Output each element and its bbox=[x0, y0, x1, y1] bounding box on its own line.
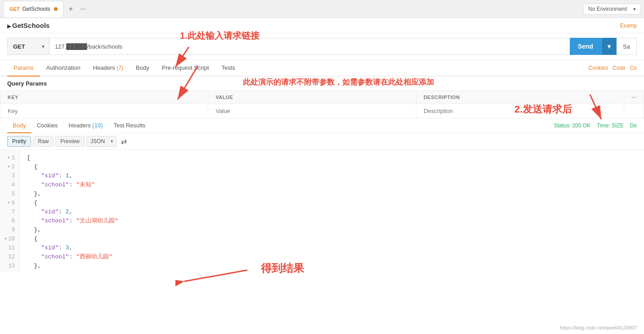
code-line-1: [ bbox=[27, 153, 637, 162]
params-table-wrapper: KEY VALUE DESCRIPTION ··· bbox=[0, 90, 644, 118]
url-bar-middle bbox=[49, 38, 570, 55]
code-line-8: "school": "文山湖幼儿园" bbox=[27, 217, 637, 226]
request-tab[interactable]: GET GetSchools bbox=[4, 1, 63, 17]
line-4: 4 bbox=[0, 181, 19, 190]
request-name-bar: GetSchools Examp bbox=[0, 18, 644, 33]
send-dropdown-button[interactable]: ▼ bbox=[601, 38, 617, 55]
response-tab-body[interactable]: Body bbox=[7, 118, 31, 133]
main-container: GET GetSchools + ··· No Environment GetS… bbox=[0, 0, 644, 334]
co-link[interactable]: Co bbox=[630, 65, 637, 71]
request-name: GetSchools bbox=[7, 22, 49, 29]
param-desc-input[interactable] bbox=[424, 108, 617, 114]
line-7: 7 bbox=[0, 208, 19, 217]
tab-authorization[interactable]: Authorization bbox=[40, 60, 87, 77]
example-link[interactable]: Examp bbox=[620, 23, 637, 29]
svg-line-7 bbox=[184, 270, 247, 281]
format-select-wrapper: JSON XML HTML Text bbox=[86, 136, 116, 147]
format-preview-button[interactable]: Preview bbox=[55, 136, 85, 147]
format-raw-button[interactable]: Raw bbox=[33, 136, 54, 147]
method-select-wrapper: GET POST PUT DELETE bbox=[7, 38, 49, 55]
col-value: VALUE bbox=[208, 91, 416, 104]
url-input[interactable] bbox=[49, 38, 570, 55]
code-line-5: }, bbox=[27, 190, 637, 199]
response-tab-test-results[interactable]: Test Results bbox=[108, 118, 151, 133]
code-editor: ▼1 ▼2 3 4 5 ▼6 7 8 9 ▼10 11 12 13 ▼14 15… bbox=[0, 150, 644, 271]
method-badge: GET bbox=[9, 6, 20, 12]
param-value-input[interactable] bbox=[215, 108, 408, 114]
response-format-bar: Pretty Raw Preview JSON XML HTML Text ⇄ bbox=[0, 133, 644, 150]
line-3: 3 bbox=[0, 172, 19, 181]
params-table: KEY VALUE DESCRIPTION ··· bbox=[0, 90, 644, 118]
tabs-right: Cookies Code Co bbox=[589, 65, 637, 71]
url-bar: GET POST PUT DELETE Send ▼ Sa 1.此处输入请求链接 bbox=[0, 33, 644, 60]
code-line-11: "sid": 3, bbox=[27, 244, 637, 253]
code-line-6: { bbox=[27, 199, 637, 208]
line-13: 13 bbox=[0, 262, 19, 271]
code-line-13: }, bbox=[27, 262, 637, 271]
line-numbers: ▼1 ▼2 3 4 5 ▼6 7 8 9 ▼10 11 12 13 ▼14 15… bbox=[0, 150, 20, 271]
top-tab-bar: GET GetSchools + ··· No Environment bbox=[0, 0, 644, 18]
tab-tests[interactable]: Tests bbox=[215, 60, 242, 77]
code-line-9: }, bbox=[27, 226, 637, 235]
tabs-left: Params Authorization Headers (7) Body Pr… bbox=[7, 60, 242, 76]
response-tab-headers[interactable]: Headers (10) bbox=[63, 118, 108, 133]
line-5: 5 bbox=[0, 190, 19, 199]
param-desc-cell bbox=[416, 104, 624, 118]
param-key-cell bbox=[0, 104, 208, 118]
wrap-icon[interactable]: ⇄ bbox=[121, 137, 127, 146]
query-params-header: Query Params bbox=[0, 77, 644, 90]
code-content: [ { "sid": 1, "school": "未知" }, { "sid":… bbox=[20, 150, 644, 271]
tab-unsaved-dot bbox=[54, 7, 58, 11]
line-10: ▼10 bbox=[0, 235, 19, 244]
send-button[interactable]: Send bbox=[570, 38, 601, 55]
env-select-wrapper: No Environment bbox=[583, 4, 640, 14]
tab-params[interactable]: Params bbox=[7, 60, 40, 77]
cookies-link[interactable]: Cookies bbox=[589, 65, 608, 71]
response-do: Do bbox=[630, 122, 637, 129]
request-tabs-row: Params Authorization Headers (7) Body Pr… bbox=[0, 60, 644, 77]
status-200: Status: 200 OK bbox=[554, 122, 590, 129]
param-key-input[interactable] bbox=[8, 108, 201, 114]
code-line-7: "sid": 2, bbox=[27, 208, 637, 217]
line-8: 8 bbox=[0, 217, 19, 226]
tab-body[interactable]: Body bbox=[130, 60, 156, 77]
response-tab-cookies[interactable]: Cookies bbox=[31, 118, 63, 133]
code-line-14: { bbox=[27, 271, 637, 271]
code-line-4: "school": "未知" bbox=[27, 181, 637, 190]
code-link[interactable]: Code bbox=[613, 65, 626, 71]
line-2: ▼2 bbox=[0, 162, 19, 172]
format-type-select[interactable]: JSON XML HTML Text bbox=[86, 136, 116, 147]
more-tabs-button[interactable]: ··· bbox=[76, 3, 89, 15]
line-6: ▼6 bbox=[0, 199, 19, 208]
watermark: https://blog.csdn.net/qwe64120907 bbox=[560, 325, 637, 330]
add-tab-button[interactable]: + bbox=[65, 3, 76, 15]
line-12: 12 bbox=[0, 253, 19, 262]
line-11: 11 bbox=[0, 244, 19, 253]
line-9: 9 bbox=[0, 226, 19, 235]
environment-select[interactable]: No Environment bbox=[583, 4, 640, 14]
line-14: ▼14 bbox=[0, 271, 19, 271]
code-line-2: { bbox=[27, 162, 637, 172]
code-line-12: "school": "西丽幼儿园" bbox=[27, 253, 637, 262]
param-row-empty bbox=[0, 104, 644, 118]
method-select[interactable]: GET POST PUT DELETE bbox=[7, 38, 49, 55]
col-actions: ··· bbox=[624, 91, 644, 104]
col-description: DESCRIPTION bbox=[416, 91, 624, 104]
response-time: Time: SIZE bbox=[597, 122, 624, 129]
line-1: ▼1 bbox=[0, 153, 19, 162]
code-line-3: "sid": 1, bbox=[27, 172, 637, 181]
tab-headers[interactable]: Headers (7) bbox=[87, 60, 130, 77]
param-value-cell bbox=[208, 104, 416, 118]
response-tabs-row: Body Cookies Headers (10) Test Results S… bbox=[0, 118, 644, 133]
format-pretty-button[interactable]: Pretty bbox=[7, 136, 31, 147]
tab-pre-request[interactable]: Pre-request Script bbox=[156, 60, 215, 77]
tab-name: GetSchools bbox=[22, 6, 50, 12]
env-selector: No Environment bbox=[583, 4, 640, 14]
param-actions-cell bbox=[624, 104, 644, 118]
code-line-10: { bbox=[27, 235, 637, 244]
status-bar-right: Status: 200 OK Time: SIZE Do bbox=[554, 122, 637, 129]
col-key: KEY bbox=[0, 91, 208, 104]
save-button[interactable]: Sa bbox=[617, 38, 637, 55]
query-params-title: Query Params bbox=[7, 80, 47, 87]
